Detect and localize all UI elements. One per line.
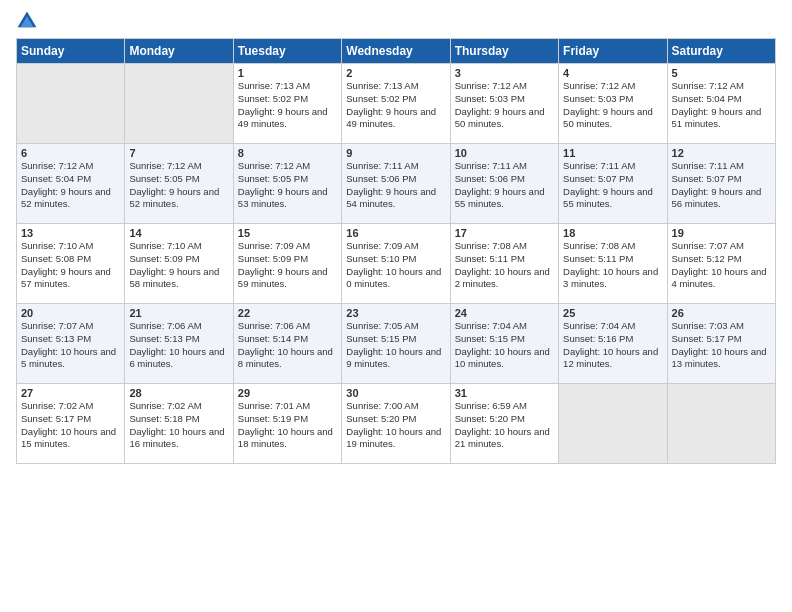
calendar-cell: 13 Sunrise: 7:10 AMSunset: 5:08 PMDaylig…	[17, 224, 125, 304]
calendar-cell: 1 Sunrise: 7:13 AMSunset: 5:02 PMDayligh…	[233, 64, 341, 144]
day-number: 13	[21, 227, 120, 239]
day-info: Sunrise: 7:10 AMSunset: 5:09 PMDaylight:…	[129, 240, 219, 289]
day-info: Sunrise: 7:04 AMSunset: 5:16 PMDaylight:…	[563, 320, 658, 369]
day-number: 1	[238, 67, 337, 79]
day-info: Sunrise: 7:06 AMSunset: 5:13 PMDaylight:…	[129, 320, 224, 369]
calendar-cell: 28 Sunrise: 7:02 AMSunset: 5:18 PMDaylig…	[125, 384, 233, 464]
day-number: 10	[455, 147, 554, 159]
day-number: 21	[129, 307, 228, 319]
day-number: 16	[346, 227, 445, 239]
day-info: Sunrise: 7:12 AMSunset: 5:05 PMDaylight:…	[238, 160, 328, 209]
calendar-cell: 17 Sunrise: 7:08 AMSunset: 5:11 PMDaylig…	[450, 224, 558, 304]
day-number: 6	[21, 147, 120, 159]
day-info: Sunrise: 7:09 AMSunset: 5:10 PMDaylight:…	[346, 240, 441, 289]
day-number: 22	[238, 307, 337, 319]
weekday-header-tuesday: Tuesday	[233, 39, 341, 64]
logo	[16, 10, 40, 32]
page-header	[16, 10, 776, 32]
day-info: Sunrise: 7:12 AMSunset: 5:05 PMDaylight:…	[129, 160, 219, 209]
day-info: Sunrise: 7:13 AMSunset: 5:02 PMDaylight:…	[238, 80, 328, 129]
calendar-cell: 31 Sunrise: 6:59 AMSunset: 5:20 PMDaylig…	[450, 384, 558, 464]
calendar-cell: 14 Sunrise: 7:10 AMSunset: 5:09 PMDaylig…	[125, 224, 233, 304]
day-info: Sunrise: 7:11 AMSunset: 5:07 PMDaylight:…	[672, 160, 762, 209]
day-number: 24	[455, 307, 554, 319]
calendar-week-row: 1 Sunrise: 7:13 AMSunset: 5:02 PMDayligh…	[17, 64, 776, 144]
day-number: 20	[21, 307, 120, 319]
calendar-cell: 27 Sunrise: 7:02 AMSunset: 5:17 PMDaylig…	[17, 384, 125, 464]
calendar-cell	[559, 384, 667, 464]
calendar-cell: 30 Sunrise: 7:00 AMSunset: 5:20 PMDaylig…	[342, 384, 450, 464]
day-number: 11	[563, 147, 662, 159]
day-info: Sunrise: 7:13 AMSunset: 5:02 PMDaylight:…	[346, 80, 436, 129]
calendar-cell	[17, 64, 125, 144]
calendar-cell: 3 Sunrise: 7:12 AMSunset: 5:03 PMDayligh…	[450, 64, 558, 144]
weekday-header-wednesday: Wednesday	[342, 39, 450, 64]
calendar-cell: 5 Sunrise: 7:12 AMSunset: 5:04 PMDayligh…	[667, 64, 775, 144]
day-info: Sunrise: 7:09 AMSunset: 5:09 PMDaylight:…	[238, 240, 328, 289]
day-number: 19	[672, 227, 771, 239]
calendar-week-row: 6 Sunrise: 7:12 AMSunset: 5:04 PMDayligh…	[17, 144, 776, 224]
day-info: Sunrise: 7:02 AMSunset: 5:18 PMDaylight:…	[129, 400, 224, 449]
calendar-cell: 10 Sunrise: 7:11 AMSunset: 5:06 PMDaylig…	[450, 144, 558, 224]
day-number: 26	[672, 307, 771, 319]
weekday-header-row: SundayMondayTuesdayWednesdayThursdayFrid…	[17, 39, 776, 64]
day-number: 28	[129, 387, 228, 399]
day-number: 30	[346, 387, 445, 399]
calendar-cell: 6 Sunrise: 7:12 AMSunset: 5:04 PMDayligh…	[17, 144, 125, 224]
calendar-cell: 25 Sunrise: 7:04 AMSunset: 5:16 PMDaylig…	[559, 304, 667, 384]
calendar-week-row: 20 Sunrise: 7:07 AMSunset: 5:13 PMDaylig…	[17, 304, 776, 384]
day-number: 9	[346, 147, 445, 159]
calendar-cell: 24 Sunrise: 7:04 AMSunset: 5:15 PMDaylig…	[450, 304, 558, 384]
calendar-week-row: 27 Sunrise: 7:02 AMSunset: 5:17 PMDaylig…	[17, 384, 776, 464]
day-info: Sunrise: 7:03 AMSunset: 5:17 PMDaylight:…	[672, 320, 767, 369]
day-number: 15	[238, 227, 337, 239]
calendar-cell: 12 Sunrise: 7:11 AMSunset: 5:07 PMDaylig…	[667, 144, 775, 224]
calendar-cell: 23 Sunrise: 7:05 AMSunset: 5:15 PMDaylig…	[342, 304, 450, 384]
calendar-cell: 4 Sunrise: 7:12 AMSunset: 5:03 PMDayligh…	[559, 64, 667, 144]
day-number: 7	[129, 147, 228, 159]
day-info: Sunrise: 7:07 AMSunset: 5:13 PMDaylight:…	[21, 320, 116, 369]
day-info: Sunrise: 7:02 AMSunset: 5:17 PMDaylight:…	[21, 400, 116, 449]
day-number: 2	[346, 67, 445, 79]
calendar-page: SundayMondayTuesdayWednesdayThursdayFrid…	[0, 0, 792, 480]
day-number: 8	[238, 147, 337, 159]
calendar-cell: 21 Sunrise: 7:06 AMSunset: 5:13 PMDaylig…	[125, 304, 233, 384]
day-info: Sunrise: 7:08 AMSunset: 5:11 PMDaylight:…	[455, 240, 550, 289]
day-info: Sunrise: 7:10 AMSunset: 5:08 PMDaylight:…	[21, 240, 111, 289]
day-number: 29	[238, 387, 337, 399]
calendar-week-row: 13 Sunrise: 7:10 AMSunset: 5:08 PMDaylig…	[17, 224, 776, 304]
day-number: 31	[455, 387, 554, 399]
weekday-header-sunday: Sunday	[17, 39, 125, 64]
calendar-cell	[125, 64, 233, 144]
calendar-cell: 19 Sunrise: 7:07 AMSunset: 5:12 PMDaylig…	[667, 224, 775, 304]
logo-icon	[16, 10, 38, 32]
weekday-header-saturday: Saturday	[667, 39, 775, 64]
day-number: 14	[129, 227, 228, 239]
calendar-cell: 16 Sunrise: 7:09 AMSunset: 5:10 PMDaylig…	[342, 224, 450, 304]
day-number: 25	[563, 307, 662, 319]
day-info: Sunrise: 7:01 AMSunset: 5:19 PMDaylight:…	[238, 400, 333, 449]
day-number: 5	[672, 67, 771, 79]
day-number: 12	[672, 147, 771, 159]
day-info: Sunrise: 7:11 AMSunset: 5:07 PMDaylight:…	[563, 160, 653, 209]
calendar-cell	[667, 384, 775, 464]
day-info: Sunrise: 7:12 AMSunset: 5:04 PMDaylight:…	[21, 160, 111, 209]
calendar-cell: 7 Sunrise: 7:12 AMSunset: 5:05 PMDayligh…	[125, 144, 233, 224]
day-info: Sunrise: 6:59 AMSunset: 5:20 PMDaylight:…	[455, 400, 550, 449]
day-info: Sunrise: 7:12 AMSunset: 5:03 PMDaylight:…	[455, 80, 545, 129]
calendar-table: SundayMondayTuesdayWednesdayThursdayFrid…	[16, 38, 776, 464]
weekday-header-monday: Monday	[125, 39, 233, 64]
day-info: Sunrise: 7:11 AMSunset: 5:06 PMDaylight:…	[346, 160, 436, 209]
calendar-cell: 22 Sunrise: 7:06 AMSunset: 5:14 PMDaylig…	[233, 304, 341, 384]
calendar-cell: 15 Sunrise: 7:09 AMSunset: 5:09 PMDaylig…	[233, 224, 341, 304]
calendar-cell: 29 Sunrise: 7:01 AMSunset: 5:19 PMDaylig…	[233, 384, 341, 464]
calendar-cell: 9 Sunrise: 7:11 AMSunset: 5:06 PMDayligh…	[342, 144, 450, 224]
day-info: Sunrise: 7:08 AMSunset: 5:11 PMDaylight:…	[563, 240, 658, 289]
day-info: Sunrise: 7:07 AMSunset: 5:12 PMDaylight:…	[672, 240, 767, 289]
calendar-cell: 11 Sunrise: 7:11 AMSunset: 5:07 PMDaylig…	[559, 144, 667, 224]
day-info: Sunrise: 7:11 AMSunset: 5:06 PMDaylight:…	[455, 160, 545, 209]
day-number: 17	[455, 227, 554, 239]
day-number: 3	[455, 67, 554, 79]
day-number: 18	[563, 227, 662, 239]
day-info: Sunrise: 7:12 AMSunset: 5:04 PMDaylight:…	[672, 80, 762, 129]
